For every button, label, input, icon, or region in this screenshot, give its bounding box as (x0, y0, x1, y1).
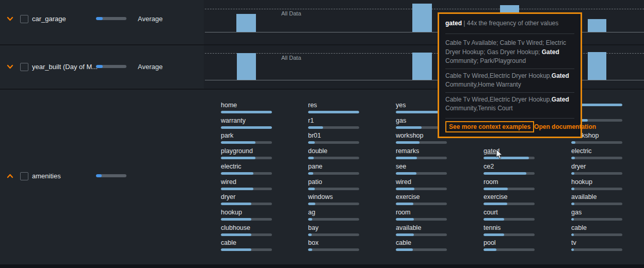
token-frequency-bar (221, 141, 272, 144)
token-list-item: gas (571, 209, 623, 221)
token-label[interactable]: see (396, 163, 447, 170)
token-label[interactable]: res (308, 102, 360, 109)
token-frequency-bar (396, 218, 447, 221)
token-frequency-bar (396, 233, 447, 236)
open-documentation-link[interactable]: Open documentation (534, 123, 596, 130)
chevron-up-icon[interactable] (6, 172, 14, 182)
all-data-label: All Data (281, 10, 301, 16)
token-label[interactable]: cable (221, 239, 272, 246)
token-label[interactable]: box (308, 239, 360, 246)
field-checkbox-year-built[interactable] (20, 63, 28, 71)
token-list-item: see (396, 163, 447, 175)
token-label[interactable]: cable (396, 239, 447, 246)
token-frequency-bar (308, 248, 359, 251)
token-list-item: playground (221, 147, 272, 159)
token-label[interactable]: ce2 (484, 163, 535, 170)
token-list-item: exercise (396, 193, 447, 205)
field-checkbox-amenities[interactable] (20, 172, 28, 180)
histogram-bar[interactable] (588, 19, 606, 32)
token-label[interactable]: dryer (571, 163, 623, 170)
field-name-amenities: amenities (32, 172, 61, 180)
token-label[interactable]: electric (571, 147, 623, 155)
token-label[interactable]: available (396, 224, 447, 231)
token-label[interactable]: bay (308, 224, 360, 231)
token-label[interactable]: tv (571, 239, 623, 246)
token-label[interactable]: double (308, 147, 360, 155)
token-context-tooltip: gated | 44x the frequency of other value… (438, 12, 582, 138)
token-label[interactable]: warranty (221, 117, 272, 124)
token-list-item: clubhouse (221, 224, 272, 236)
token-list-item: cable (396, 239, 447, 251)
token-list-item: windows (308, 193, 360, 205)
tooltip-example: Cable Tv Available; Cable Tv Wired; Elec… (445, 39, 574, 66)
token-list-item: hookup (221, 209, 272, 221)
token-label[interactable]: electric (221, 163, 272, 170)
see-more-context-examples-link[interactable]: See more context examples (445, 121, 534, 132)
token-label[interactable]: wired (221, 178, 272, 186)
token-label[interactable]: ag (308, 209, 360, 216)
token-label[interactable]: clubhouse (221, 224, 272, 231)
token-label[interactable]: home (221, 102, 272, 109)
token-label[interactable]: pool (484, 239, 535, 246)
histogram-bar[interactable] (412, 4, 432, 32)
quality-bar-year-built[interactable] (96, 65, 126, 68)
token-label[interactable]: cable (571, 224, 623, 231)
histogram-bar[interactable] (588, 52, 606, 80)
token-list-item: dryer (221, 193, 272, 205)
token-label[interactable]: park (221, 132, 272, 139)
token-frequency-bar (308, 233, 359, 236)
token-label[interactable]: playground (221, 147, 272, 155)
token-frequency-bar (484, 172, 535, 175)
token-label[interactable]: gated (484, 147, 535, 155)
token-label[interactable]: available (571, 193, 623, 200)
token-frequency-bar-fill (484, 248, 496, 251)
token-frequency-bar-fill (221, 233, 251, 236)
token-label[interactable]: room (396, 209, 447, 216)
token-frequency-bar-fill (221, 126, 272, 129)
token-label[interactable]: wired (396, 178, 447, 186)
token-label[interactable]: patio (308, 178, 360, 186)
token-frequency-bar (308, 172, 359, 175)
token-label[interactable]: hookup (571, 178, 623, 186)
quality-bar-car-garage[interactable] (96, 17, 126, 20)
token-list-item: warranty (221, 117, 272, 129)
token-frequency-bar (308, 218, 359, 221)
token-frequency-bar (396, 248, 447, 251)
token-label[interactable]: hookup (221, 209, 272, 216)
token-frequency-bar-fill (396, 188, 414, 190)
token-label[interactable]: room (484, 178, 535, 186)
token-frequency-bar-fill (484, 233, 504, 236)
token-label[interactable]: windows (308, 193, 360, 200)
token-label[interactable]: exercise (484, 193, 535, 200)
token-frequency-bar (308, 126, 359, 129)
token-list-item: cable (221, 239, 272, 251)
token-frequency-bar (396, 157, 447, 159)
histogram-bar[interactable] (412, 53, 432, 80)
token-label[interactable]: exercise (396, 193, 447, 200)
token-label[interactable]: tennis (484, 224, 535, 231)
panel-footer-strip (0, 264, 644, 268)
token-list-item: res (308, 102, 360, 113)
field-checkbox-car-garage[interactable] (20, 15, 28, 23)
histogram-bar[interactable] (236, 14, 256, 32)
token-frequency-bar-fill (396, 203, 413, 205)
chevron-down-icon[interactable] (6, 15, 14, 25)
token-frequency-bar (308, 141, 359, 144)
token-list-item: court (484, 209, 535, 221)
token-label[interactable]: court (484, 209, 535, 216)
token-label[interactable]: pane (308, 163, 360, 170)
token-label[interactable]: br01 (308, 132, 360, 139)
quality-bar-amenities[interactable] (96, 174, 126, 177)
chevron-down-icon[interactable] (6, 63, 14, 73)
token-label[interactable]: remarks (396, 147, 447, 155)
token-label[interactable]: gas (571, 209, 623, 216)
token-frequency-bar-fill (571, 141, 575, 144)
token-list-item: available (396, 224, 447, 236)
token-frequency-bar (484, 188, 535, 190)
token-frequency-bar-fill (484, 172, 526, 175)
histogram-bar[interactable] (237, 53, 256, 80)
token-frequency-bar-fill (571, 188, 574, 190)
token-label[interactable]: r1 (308, 117, 360, 124)
token-label[interactable]: dryer (221, 193, 272, 200)
token-list-item: dryer (571, 163, 623, 175)
